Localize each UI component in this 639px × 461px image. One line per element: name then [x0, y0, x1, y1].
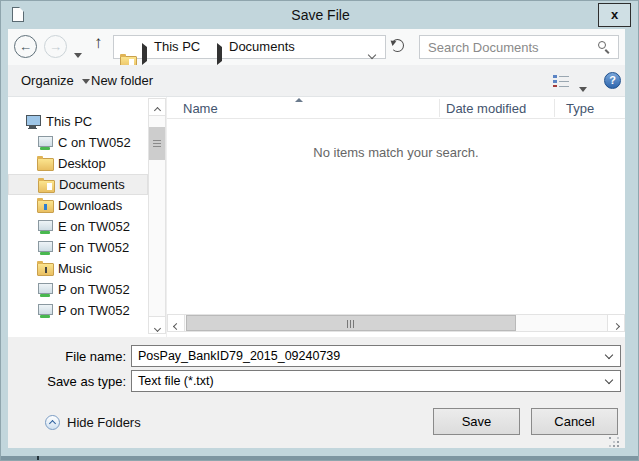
back-button[interactable]: ←: [14, 35, 37, 58]
background-window-mark: [37, 456, 39, 461]
help-icon[interactable]: ?: [604, 72, 621, 89]
file-name-label: File name:: [8, 349, 126, 364]
file-name-input[interactable]: [138, 347, 598, 365]
save-as-type-value: Text file (*.txt): [138, 371, 214, 391]
title-bar[interactable]: Save File x: [1, 1, 639, 29]
computer-icon: [25, 114, 41, 129]
breadcrumb-documents[interactable]: Documents: [229, 36, 295, 58]
tree-item-label: F on TW052: [58, 240, 129, 255]
chevron-down-icon: [74, 53, 82, 58]
tree-item-p-on-tw052[interactable]: P on TW052: [8, 279, 148, 300]
main-area: This PC C on TW052 Desktop Documents Dow…: [8, 97, 625, 337]
network-drive-icon: [37, 219, 53, 234]
recent-locations-dropdown[interactable]: [74, 44, 82, 62]
chevron-right-icon: [612, 323, 619, 330]
save-as-type-label: Save as type:: [8, 374, 126, 389]
address-dropdown[interactable]: [369, 44, 375, 62]
save-button[interactable]: Save: [433, 408, 520, 435]
views-icon[interactable]: [553, 74, 569, 87]
chevron-left-icon: [172, 323, 179, 330]
tree-item-desktop[interactable]: Desktop: [8, 153, 148, 174]
organize-label: Organize: [21, 73, 74, 88]
network-drive-icon: [37, 282, 53, 297]
tree-item-p-on-tw052-2[interactable]: P on TW052: [8, 300, 148, 321]
chevron-up-icon: [49, 420, 56, 427]
navigation-bar: ← → ↑ This PC Documents: [8, 29, 625, 65]
window-title: Save File: [1, 1, 639, 29]
network-drive-icon: [37, 303, 53, 318]
up-one-level-button[interactable]: ↑: [94, 33, 103, 53]
file-name-combo: [131, 345, 621, 367]
chevron-down-icon: [82, 79, 90, 84]
search-input[interactable]: [428, 37, 588, 57]
tree-item-label: Documents: [59, 177, 125, 192]
documents-folder-icon: [38, 178, 54, 193]
address-bar[interactable]: This PC Documents: [113, 35, 386, 59]
music-folder-icon: [37, 261, 53, 276]
tree-item-e-on-tw052[interactable]: E on TW052: [8, 216, 148, 237]
chevron-down-icon: [605, 376, 613, 384]
close-button[interactable]: x: [598, 3, 631, 27]
folder-tree: This PC C on TW052 Desktop Documents Dow…: [8, 111, 148, 321]
chevron-down-icon: [579, 87, 587, 92]
tree-item-music[interactable]: Music: [8, 258, 148, 279]
views-dropdown[interactable]: [579, 78, 587, 96]
resize-grip[interactable]: [609, 437, 621, 449]
desktop-folder-icon: [37, 156, 53, 171]
forward-button[interactable]: →: [44, 35, 67, 58]
file-list-horizontal-scrollbar[interactable]: [167, 314, 625, 332]
tree-item-f-on-tw052[interactable]: F on TW052: [8, 237, 148, 258]
tree-item-label: This PC: [46, 114, 92, 129]
empty-results-message: No items match your search.: [167, 145, 625, 160]
tree-item-documents[interactable]: Documents: [8, 174, 148, 195]
organize-button[interactable]: Organize: [21, 65, 90, 96]
tree-item-c-on-tw052[interactable]: C on TW052: [8, 132, 148, 153]
search-box: [419, 35, 619, 59]
new-folder-button[interactable]: New folder: [91, 65, 153, 96]
column-header-name[interactable]: Name: [183, 97, 218, 119]
column-divider[interactable]: [439, 99, 440, 117]
column-header-type[interactable]: Type: [566, 97, 594, 119]
save-as-type-combo[interactable]: Text file (*.txt): [131, 370, 621, 392]
dialog-footer: File name: Save as type: Text file (*.tx…: [8, 337, 625, 448]
tree-item-label: E on TW052: [58, 219, 130, 234]
tree-item-this-pc[interactable]: This PC: [8, 111, 148, 132]
cancel-button[interactable]: Cancel: [531, 408, 618, 435]
tree-item-label: C on TW052: [58, 135, 131, 150]
downloads-folder-icon: [37, 198, 53, 213]
chevron-down-icon[interactable]: [605, 351, 613, 359]
chevron-down-icon: [153, 325, 160, 332]
tree-item-label: P on TW052: [58, 303, 130, 318]
breadcrumb-separator-icon: [217, 43, 222, 65]
search-icon[interactable]: [598, 41, 606, 49]
tree-item-label: P on TW052: [58, 282, 130, 297]
tree-item-label: Desktop: [58, 156, 106, 171]
scroll-down-button[interactable]: [149, 316, 165, 333]
tree-item-downloads[interactable]: Downloads: [8, 195, 148, 216]
tree-item-label: Downloads: [58, 198, 122, 213]
breadcrumb-separator-icon: [142, 43, 147, 65]
breadcrumb-this-pc[interactable]: This PC: [154, 36, 200, 58]
chevron-down-icon: [368, 51, 376, 59]
hide-folders-label: Hide Folders: [67, 415, 141, 430]
command-toolbar: Organize New folder ?: [8, 65, 625, 97]
scroll-right-button[interactable]: [607, 315, 624, 331]
scrollbar-thumb[interactable]: [186, 315, 516, 331]
network-drive-icon: [37, 240, 53, 255]
refresh-button[interactable]: [391, 39, 405, 53]
scrollbar-thumb[interactable]: [149, 127, 165, 160]
tree-scrollbar[interactable]: [148, 98, 166, 334]
save-file-dialog: Save File x ← → ↑ This PC Documents Orga…: [0, 0, 639, 461]
tree-item-label: Music: [58, 261, 92, 276]
sort-ascending-icon: [295, 98, 303, 102]
file-list-header: Name Date modified Type: [167, 97, 625, 119]
network-drive-icon: [37, 135, 53, 150]
scroll-up-button[interactable]: [149, 99, 165, 116]
chevron-up-icon: [153, 107, 160, 114]
scroll-left-button[interactable]: [168, 315, 185, 331]
column-divider[interactable]: [554, 99, 555, 117]
hide-folders-button[interactable]: Hide Folders: [45, 413, 141, 433]
column-header-date-modified[interactable]: Date modified: [446, 97, 526, 119]
hide-folders-icon: [45, 415, 60, 430]
pane-divider: [166, 97, 167, 337]
